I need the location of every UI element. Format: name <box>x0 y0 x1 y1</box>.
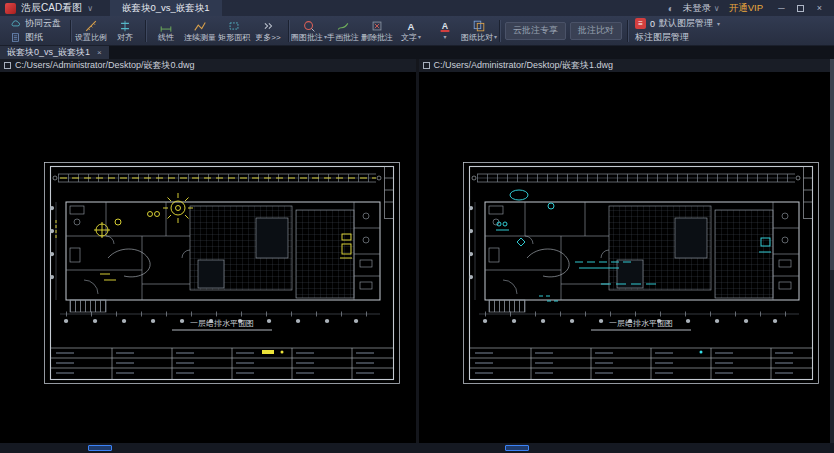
diff-title-block-dot <box>281 351 284 354</box>
compare-document-tab[interactable]: 嵌套块0_vs_嵌套块1 × <box>0 46 109 59</box>
tab-close-icon[interactable]: × <box>97 48 102 57</box>
polyline-measure-icon <box>193 19 207 33</box>
annotation-compare-chip[interactable]: 批注比对 <box>570 22 622 40</box>
right-panel-header: C:/Users/Administrator/Desktop/嵌套块1.dwg <box>419 59 834 72</box>
compare-view: C:/Users/Administrator/Desktop/嵌套块0.dwg … <box>0 59 834 443</box>
compare-icon <box>472 19 486 33</box>
dwg-file-icon <box>423 62 430 69</box>
right-drawing-panel: C:/Users/Administrator/Desktop/嵌套块1.dwg … <box>416 59 834 443</box>
left-drawing-panel: C:/Users/Administrator/Desktop/嵌套块0.dwg … <box>0 59 416 443</box>
app-logo-icon <box>5 3 16 14</box>
dropdown-caret-icon[interactable]: ▾ <box>494 33 497 42</box>
titlebar-document-tab[interactable]: 嵌套块0_vs_嵌套块1 <box>110 0 222 16</box>
dropdown-caret-icon[interactable]: ▾ <box>418 33 421 42</box>
vertical-scrollbar[interactable] <box>830 59 834 443</box>
align-button[interactable]: 对齐 <box>108 19 142 42</box>
toolbar-separator <box>499 20 500 42</box>
set-scale-button[interactable]: 设置比例 <box>74 19 108 42</box>
login-status[interactable]: 未登录 ∨ <box>683 2 720 15</box>
vip-button[interactable]: 开通VIP <box>729 2 763 15</box>
right-panel-statusbar <box>417 443 834 453</box>
cloud-icon <box>10 18 21 29</box>
sheet-icon <box>10 32 21 43</box>
toolbar-separator <box>70 20 71 42</box>
freehand-icon <box>336 19 350 33</box>
linear-dimension-icon <box>159 19 173 33</box>
maximize-icon <box>797 5 804 12</box>
dwg-file-icon <box>4 62 11 69</box>
more-tools-button[interactable]: 更多>> <box>251 19 285 42</box>
cloud-annotation-vip-chip[interactable]: 云批注专享 <box>505 22 566 40</box>
left-drawing-caption: 一层给排水平面图 <box>190 319 254 328</box>
minimize-button[interactable]: ─ <box>772 0 791 16</box>
scale-icon <box>84 19 98 33</box>
right-view-chip[interactable] <box>505 445 529 451</box>
sheets-button[interactable]: 图纸 <box>6 32 65 44</box>
color-swatch-icon <box>438 19 452 33</box>
toolbar-separator <box>288 20 289 42</box>
more-chevrons-icon <box>261 19 275 33</box>
layer-count: 0 <box>650 19 655 29</box>
annotation-layer-manager[interactable]: 标注图层管理 <box>635 32 720 44</box>
text-icon <box>404 19 418 33</box>
left-panel-statusbar <box>0 443 417 453</box>
toolbar-separator <box>627 20 628 42</box>
layer-management: ≡ 0 默认图层管理 ▾ 标注图层管理 <box>635 18 720 44</box>
app-name: 浩辰CAD看图 <box>21 1 82 15</box>
linear-measure-button[interactable]: 线性 <box>149 19 183 42</box>
right-file-path: C:/Users/Administrator/Desktop/嵌套块1.dwg <box>434 59 614 72</box>
maximize-button[interactable] <box>791 0 810 16</box>
status-bar <box>0 443 834 453</box>
left-file-path: C:/Users/Administrator/Desktop/嵌套块0.dwg <box>15 59 195 72</box>
dropdown-caret-icon[interactable]: ▾ <box>443 33 446 42</box>
right-drawing-caption: 一层给排水平面图 <box>609 319 673 328</box>
titlebar: 浩辰CAD看图 ∨ 嵌套块0_vs_嵌套块1 ◐ 未登录 ∨ 开通VIP ─ × <box>0 0 834 16</box>
diff-title-block-dot <box>699 351 702 354</box>
rect-area-button[interactable]: 矩形面积 <box>217 19 251 42</box>
circle-annotation-button[interactable]: 圈图批注▾ <box>292 19 326 42</box>
right-drawing-canvas[interactable]: 一层给排水平面图 <box>463 162 819 384</box>
theme-icon[interactable]: ◐ <box>668 3 674 14</box>
scrollbar-thumb[interactable] <box>830 59 834 270</box>
close-button[interactable]: × <box>810 0 829 16</box>
continuous-measure-button[interactable]: 连续测量 <box>183 19 217 42</box>
circle-annotation-icon <box>302 19 316 33</box>
login-chevron-icon: ∨ <box>714 4 720 13</box>
document-tabstrip: 嵌套块0_vs_嵌套块1 × <box>0 46 834 59</box>
left-drawing-canvas[interactable]: 一层给排水平面图 <box>44 162 400 384</box>
cloud-drive-button[interactable]: 协同云盘 <box>6 18 65 30</box>
color-picker-button[interactable]: ▾ <box>428 19 462 42</box>
app-menu-chevron-icon[interactable]: ∨ <box>87 4 93 13</box>
delete-annotation-icon <box>370 19 384 33</box>
drawing-compare-button[interactable]: 图纸比对▾ <box>462 19 496 42</box>
rect-area-icon <box>227 19 241 33</box>
freehand-annotation-button[interactable]: 手画批注 <box>326 19 360 42</box>
dropdown-caret-icon[interactable]: ▾ <box>717 20 720 27</box>
left-panel-header: C:/Users/Administrator/Desktop/嵌套块0.dwg <box>0 59 416 72</box>
default-layer-manager[interactable]: ≡ 0 默认图层管理 ▾ <box>635 18 720 30</box>
layers-icon: ≡ <box>635 18 646 29</box>
diff-title-block-mark <box>262 350 274 354</box>
toolbar: 协同云盘 图纸 设置比例 对齐 线性 连续测量 矩形面积 更多>> 圈图批注▾ <box>0 16 834 46</box>
left-view-chip[interactable] <box>88 445 112 451</box>
text-annotation-button[interactable]: 文字▾ <box>394 19 428 42</box>
align-icon <box>118 19 132 33</box>
toolbar-separator <box>145 20 146 42</box>
delete-annotation-button[interactable]: 删除批注 <box>360 19 394 42</box>
